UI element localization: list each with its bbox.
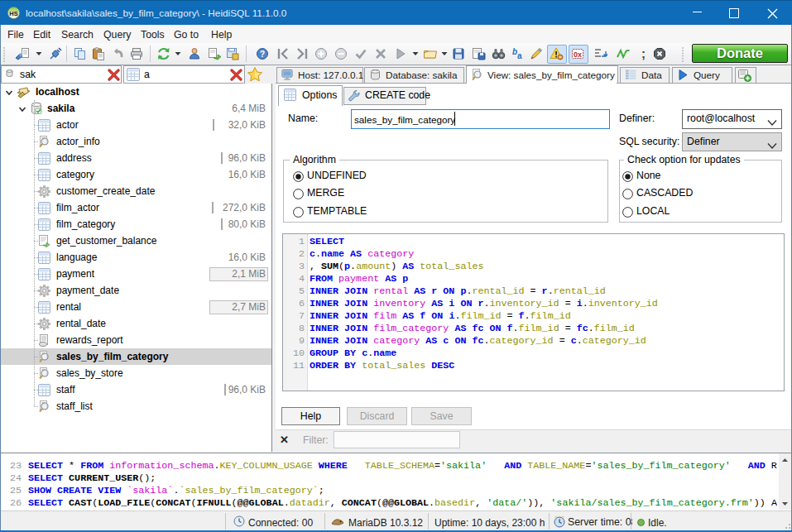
- svg-text:;: ;: [641, 47, 646, 60]
- svg-text:0x: 0x: [574, 50, 582, 59]
- svg-text:?: ?: [260, 50, 265, 59]
- svg-text:a: a: [517, 51, 522, 60]
- svg-text:HS: HS: [9, 10, 17, 17]
